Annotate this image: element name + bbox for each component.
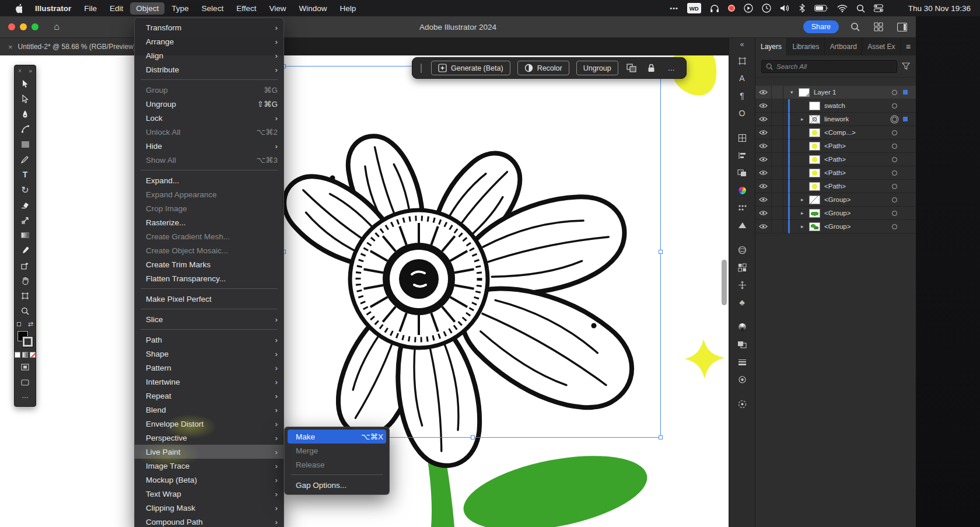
visibility-eye-icon[interactable] xyxy=(755,99,772,112)
layer-row-layer1[interactable]: ▾ Layer 1 xyxy=(755,86,916,99)
more-apps-icon[interactable]: ••• xyxy=(670,3,678,13)
submenu-item-gap-options[interactable]: Gap Options... xyxy=(285,478,389,492)
control-center-icon[interactable] xyxy=(874,3,883,13)
lock-column[interactable] xyxy=(772,99,783,112)
layer-row-linework[interactable]: ▸ linework xyxy=(755,113,916,126)
layer-name[interactable]: <Group> xyxy=(824,196,850,203)
layer-thumbnail[interactable] xyxy=(809,115,820,124)
lock-column[interactable] xyxy=(772,220,783,233)
canvas-scrollbar-thumb[interactable] xyxy=(722,260,727,305)
layer-row-swatch[interactable]: swatch xyxy=(755,99,916,113)
menu-item-repeat[interactable]: Repeat› xyxy=(135,389,284,403)
disclosure-chevron-icon[interactable]: ▸ xyxy=(801,197,809,203)
lock-column[interactable] xyxy=(772,139,783,152)
apple-menu[interactable] xyxy=(8,2,28,15)
tab-asset-export[interactable]: Asset Ex xyxy=(862,38,901,55)
ungroup-button[interactable]: Ungroup xyxy=(576,61,618,75)
direct-selection-tool[interactable] xyxy=(14,91,36,106)
menu-item-image-trace[interactable]: Image Trace› xyxy=(135,459,284,473)
menubar-item-help[interactable]: Help xyxy=(334,2,362,15)
menu-item-hide[interactable]: Hide› xyxy=(135,139,284,153)
lock-column[interactable] xyxy=(772,86,783,99)
workspace-switcher-icon[interactable] xyxy=(872,20,886,34)
eraser-tool[interactable] xyxy=(14,197,36,212)
menu-item-pattern[interactable]: Pattern› xyxy=(135,361,284,375)
layer-thumbnail[interactable] xyxy=(809,196,820,204)
rotate-tool[interactable]: ↻ xyxy=(14,182,36,197)
menubar-item-type[interactable]: Type xyxy=(166,2,194,15)
brushes-panel-icon[interactable] xyxy=(729,395,755,413)
draw-mode-icon[interactable] xyxy=(14,360,36,375)
eyedropper-tool[interactable] xyxy=(14,243,36,258)
more-options-icon[interactable]: … xyxy=(665,62,678,75)
lock-column[interactable] xyxy=(772,193,783,206)
paragraph-panel-icon[interactable]: ¶ xyxy=(729,87,755,104)
menubar-item-select[interactable]: Select xyxy=(196,2,230,15)
generate-beta-button[interactable]: Generate (Beta) xyxy=(431,61,510,75)
appearance-panel-icon[interactable] xyxy=(729,371,755,388)
menu-item-envelope-distort[interactable]: Envelope Distort› xyxy=(135,417,284,431)
layer-row-group[interactable]: ▸ <Group> xyxy=(755,220,916,233)
search-icon[interactable] xyxy=(848,20,862,34)
layer-thumbnail[interactable] xyxy=(809,128,820,137)
lock-icon[interactable] xyxy=(645,62,658,75)
tab-layers[interactable]: Layers xyxy=(755,38,787,55)
search-input[interactable]: Search All xyxy=(761,60,897,73)
color-guide-panel-icon[interactable] xyxy=(729,199,755,217)
menubar-item-object[interactable]: Object xyxy=(130,2,164,15)
menu-item-clipping-mask[interactable]: Clipping Mask› xyxy=(135,501,284,515)
visibility-eye-icon[interactable] xyxy=(755,220,772,233)
layer-row-path[interactable]: <Path> xyxy=(755,153,916,166)
play-status-icon[interactable] xyxy=(744,3,753,13)
menu-item-expand[interactable]: Expand... xyxy=(135,173,284,187)
menu-item-slice[interactable]: Slice› xyxy=(135,312,284,326)
lock-column[interactable] xyxy=(772,113,783,125)
selection-tool[interactable] xyxy=(14,76,36,91)
disclosure-chevron-icon[interactable]: ▸ xyxy=(801,116,809,122)
selection-square[interactable] xyxy=(903,90,908,95)
target-circle[interactable] xyxy=(892,211,897,216)
spotlight-search-icon[interactable] xyxy=(856,3,865,13)
menubar-item-window[interactable]: Window xyxy=(293,2,332,15)
disclosure-chevron-icon[interactable]: ▾ xyxy=(790,89,799,95)
lock-column[interactable] xyxy=(772,153,783,166)
recolor-button[interactable]: Ungroup Recolor xyxy=(517,61,569,75)
layer-name[interactable]: linework xyxy=(824,116,849,123)
menu-item-ungroup[interactable]: Ungroup⇧⌘G xyxy=(135,97,284,111)
menu-item-intertwine[interactable]: Intertwine› xyxy=(135,375,284,389)
lock-column[interactable] xyxy=(772,126,783,139)
wd-badge-icon[interactable]: WD xyxy=(687,3,701,13)
menu-item-flatten-transparency[interactable]: Flatten Transparency... xyxy=(135,271,284,285)
group-objects-icon[interactable] xyxy=(625,62,638,75)
transform-panel-icon[interactable] xyxy=(729,129,755,146)
color-mode-icon[interactable] xyxy=(15,352,20,358)
layer-name[interactable]: Layer 1 xyxy=(814,89,836,96)
headphones-icon[interactable] xyxy=(710,3,719,13)
menu-item-blend[interactable]: Blend› xyxy=(135,403,284,417)
visibility-eye-icon[interactable] xyxy=(755,126,772,139)
battery-icon[interactable] xyxy=(814,3,828,13)
align-panel-icon[interactable] xyxy=(729,146,755,164)
visibility-eye-icon[interactable] xyxy=(755,180,772,193)
layer-thumbnail[interactable] xyxy=(809,169,820,177)
hand-tool[interactable] xyxy=(14,273,36,288)
close-tools-icon[interactable]: × xyxy=(18,68,22,74)
layer-row-group[interactable]: ▸ <Group> xyxy=(755,207,916,220)
bluetooth-icon[interactable] xyxy=(799,3,806,13)
menubar-app-name[interactable]: Illustrator xyxy=(29,2,77,15)
rectangle-tool[interactable] xyxy=(14,137,36,152)
share-button[interactable]: Share xyxy=(803,20,839,33)
layer-row-path[interactable]: <Path> xyxy=(755,166,916,180)
panel-menu-icon[interactable]: ≡ xyxy=(901,38,916,55)
taskbar-drag-handle[interactable] xyxy=(421,64,423,73)
layer-thumbnail[interactable] xyxy=(809,102,820,110)
visibility-eye-icon[interactable] xyxy=(755,166,772,179)
target-circle[interactable] xyxy=(892,117,897,122)
menu-item-compound-path[interactable]: Compound Path› xyxy=(135,515,284,527)
type-tool[interactable]: T xyxy=(14,167,36,182)
menu-item-rasterize[interactable]: Rasterize... xyxy=(135,215,284,229)
target-circle[interactable] xyxy=(892,224,897,229)
opentype-panel-icon[interactable]: O xyxy=(729,104,755,122)
menu-item-distribute[interactable]: Distribute› xyxy=(135,62,284,76)
volume-icon[interactable] xyxy=(780,3,790,13)
